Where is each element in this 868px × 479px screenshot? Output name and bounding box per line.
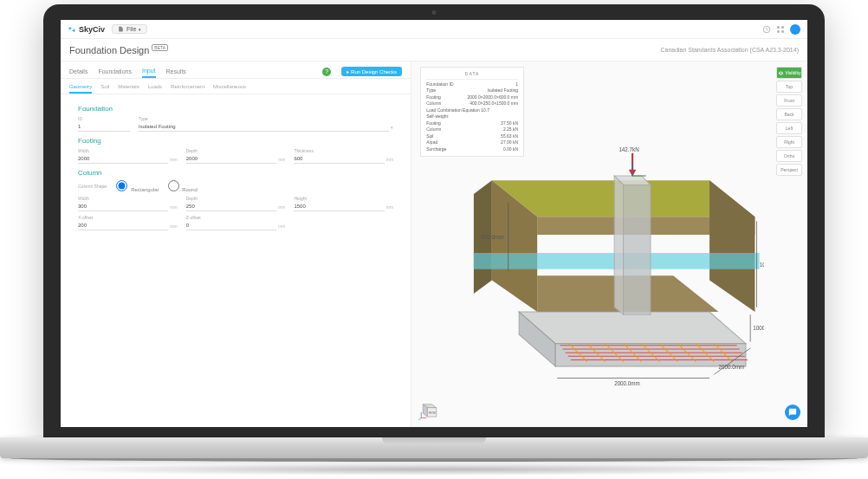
view-left-button[interactable]: Left — [776, 122, 802, 134]
type-select[interactable] — [139, 122, 389, 132]
svg-rect-2 — [781, 26, 784, 29]
tab-details[interactable]: Details — [69, 66, 87, 77]
svg-text:1000.0mm: 1000.0mm — [760, 262, 764, 268]
form-body: Foundation ID Type ▾ Footing — [61, 94, 411, 239]
subtab-reinf[interactable]: Reinforcement — [171, 81, 204, 94]
orientation-cube[interactable]: FRONT — [418, 398, 441, 420]
svg-rect-1 — [777, 26, 780, 29]
topbar: SkyCiv File ▾ — [61, 20, 807, 39]
shape-round-radio[interactable]: Round — [168, 180, 198, 192]
viewport-3d[interactable]: DATA Foundation ID1TypeIsolated FootingF… — [411, 61, 807, 427]
id-input[interactable] — [78, 122, 130, 132]
subtab-loads[interactable]: Loads — [148, 81, 162, 94]
svg-line-53 — [418, 418, 421, 420]
xoffset-input[interactable] — [78, 221, 168, 230]
chat-button[interactable] — [785, 405, 800, 420]
tab-foundations[interactable]: Foundations — [98, 66, 132, 77]
svg-marker-10 — [709, 180, 755, 312]
top-tabs: Details Foundations Input Results ? ▸Run… — [61, 61, 411, 79]
page-heading: Foundation DesignBETA Canadian Standards… — [61, 39, 807, 61]
svg-text:1000.0mm: 1000.0mm — [753, 325, 764, 331]
section-footing: Footing — [78, 137, 393, 145]
subtab-materials[interactable]: Materials — [118, 81, 139, 94]
svg-marker-30 — [614, 176, 623, 314]
subtab-misc[interactable]: Miscellaneous — [213, 81, 246, 94]
svg-text:FRONT: FRONT — [429, 411, 437, 415]
view-back-button[interactable]: Back — [776, 108, 802, 120]
footing-thickness-input[interactable] — [294, 154, 384, 164]
help-icon[interactable]: ? — [322, 68, 331, 76]
model-3d[interactable]: 500.0mm 142.7kN 1000.0mm 1000.0mm 2000.0… — [437, 105, 764, 401]
apps-icon[interactable] — [776, 25, 785, 34]
view-right-button[interactable]: Right — [776, 136, 802, 148]
svg-text:2000.0mm: 2000.0mm — [614, 380, 640, 386]
run-design-button[interactable]: ▸Run Design Checks — [341, 67, 402, 76]
col-height-input[interactable] — [294, 202, 384, 211]
svg-marker-12 — [519, 312, 746, 344]
design-standard: Canadian Standards Association (CSA A23.… — [660, 47, 799, 53]
view-ortho-button[interactable]: Ortho — [776, 150, 802, 162]
sub-tabs: Geometry Soil Materials Loads Reinforcem… — [61, 79, 411, 94]
svg-rect-3 — [777, 30, 780, 33]
avatar[interactable] — [790, 24, 800, 35]
brand-logo: SkyCiv — [68, 25, 105, 34]
footing-width-input[interactable] — [78, 154, 168, 164]
svg-marker-31 — [624, 184, 651, 314]
svg-text:2000.0mm: 2000.0mm — [719, 364, 745, 370]
col-depth-input[interactable] — [186, 202, 276, 211]
svg-text:142.7kN: 142.7kN — [619, 146, 640, 152]
skyciv-icon — [68, 25, 76, 34]
view-front-button[interactable]: Front — [776, 94, 802, 107]
tab-input[interactable]: Input — [142, 65, 156, 78]
tab-results[interactable]: Results — [166, 66, 186, 77]
left-panel: Details Foundations Input Results ? ▸Run… — [61, 61, 411, 427]
svg-rect-4 — [781, 30, 784, 33]
section-column: Column — [78, 169, 393, 177]
visibility-button[interactable]: Visibility — [776, 67, 802, 79]
view-perspect-button[interactable]: Perspect — [776, 164, 802, 176]
view-controls: Visibility Top Front Back Left Right Ort… — [776, 67, 802, 176]
svg-text:500.0mm: 500.0mm — [481, 234, 503, 240]
subtab-soil[interactable]: Soil — [100, 81, 109, 94]
col-width-input[interactable] — [78, 202, 168, 211]
section-foundation: Foundation — [78, 105, 393, 113]
zoffset-input[interactable] — [186, 221, 276, 230]
file-menu-button[interactable]: File ▾ — [112, 24, 147, 34]
history-icon[interactable] — [762, 25, 771, 34]
view-top-button[interactable]: Top — [776, 81, 802, 93]
shape-rect-radio[interactable]: Rectangular — [116, 180, 159, 192]
subtab-geometry[interactable]: Geometry — [69, 81, 92, 94]
footing-depth-input[interactable] — [186, 154, 276, 164]
